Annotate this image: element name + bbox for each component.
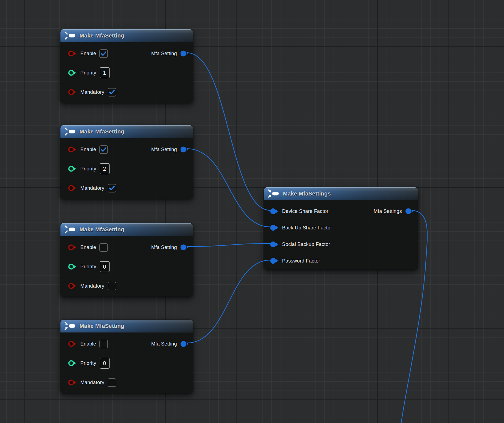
make-mfasetting-node-3[interactable]: Make MfaSetting Enable Mfa Setting	[60, 223, 193, 297]
pin-label-priority: Priority	[80, 360, 96, 366]
pin-label-social-backup-factor: Social Backup Factor	[282, 242, 330, 247]
node-title-bar[interactable]: Make MfaSetting	[60, 320, 193, 333]
bool-input-pin[interactable]	[68, 50, 76, 57]
pin-label-mfa-setting: Mfa Setting	[151, 147, 177, 152]
pin-label-enable: Enable	[80, 51, 96, 57]
pin-label-mandatory: Mandatory	[80, 283, 104, 289]
enable-checkbox[interactable]	[99, 145, 108, 154]
struct-input-pin[interactable]	[270, 224, 278, 231]
bool-input-pin[interactable]	[68, 283, 76, 289]
make-mfasetting-node-1[interactable]: Make MfaSetting Enable Mfa Setting	[60, 29, 193, 103]
make-struct-icon	[64, 31, 76, 40]
node-title: Make MfaSetting	[79, 128, 124, 135]
node-body: Device Share Factor Mfa Settings Back Up…	[264, 200, 418, 269]
node-body: Enable Mfa Setting Priority	[60, 42, 193, 103]
struct-output-pin[interactable]	[180, 50, 189, 57]
enable-checkbox[interactable]	[99, 243, 108, 252]
bool-input-pin[interactable]	[68, 146, 76, 153]
node-title-bar[interactable]: Make MfaSetting	[60, 125, 193, 138]
int-input-pin[interactable]	[68, 360, 76, 366]
blueprint-graph-canvas[interactable]: Make MfaSetting Enable Mfa Setting	[0, 0, 504, 423]
pin-label-priority: Priority	[80, 166, 96, 172]
struct-output-pin[interactable]	[405, 208, 413, 215]
make-struct-icon	[64, 127, 76, 136]
bool-input-pin[interactable]	[68, 185, 76, 191]
pin-label-mfa-settings: Mfa Settings	[374, 208, 402, 214]
node-title-bar[interactable]: Make MfaSetting	[60, 29, 193, 42]
int-input-pin[interactable]	[68, 69, 76, 76]
bool-input-pin[interactable]	[68, 341, 76, 347]
node-title: Make MfaSetting	[79, 33, 124, 39]
priority-value-input[interactable]: 0	[100, 358, 110, 369]
mandatory-checkbox[interactable]	[108, 88, 116, 97]
make-struct-icon	[64, 225, 76, 234]
bool-input-pin[interactable]	[68, 379, 76, 386]
check-icon	[109, 90, 115, 95]
node-body: Enable Mfa Setting Priority	[60, 333, 193, 393]
pin-label-enable: Enable	[80, 341, 96, 347]
check-icon	[101, 147, 107, 152]
int-input-pin[interactable]	[68, 263, 76, 270]
pin-label-mandatory: Mandatory	[80, 185, 104, 191]
bool-input-pin[interactable]	[68, 244, 76, 251]
struct-input-pin[interactable]	[270, 208, 278, 215]
pin-label-password-factor: Password Factor	[282, 258, 320, 264]
pin-label-mfa-setting: Mfa Setting	[151, 341, 177, 347]
pin-label-mfa-setting: Mfa Setting	[151, 51, 177, 57]
pin-label-mfa-setting: Mfa Setting	[151, 245, 177, 250]
pin-label-device-share-factor: Device Share Factor	[282, 208, 328, 214]
make-mfasetting-node-2[interactable]: Make MfaSetting Enable Mfa Setting	[60, 125, 193, 199]
node-title: Make MfaSettings	[283, 191, 331, 197]
priority-value-input[interactable]: 0	[100, 261, 110, 272]
int-input-pin[interactable]	[68, 165, 76, 172]
pin-label-priority: Priority	[80, 264, 96, 270]
mandatory-checkbox[interactable]	[108, 184, 116, 192]
mandatory-checkbox[interactable]	[108, 282, 116, 290]
enable-checkbox[interactable]	[99, 340, 108, 348]
check-icon	[109, 186, 115, 191]
node-title-bar[interactable]: Make MfaSettings	[264, 187, 418, 200]
wire-setting2-to-backup-share-factor[interactable]	[187, 149, 270, 227]
node-title-bar[interactable]: Make MfaSetting	[60, 223, 193, 236]
bool-input-pin[interactable]	[68, 89, 76, 95]
make-struct-icon	[267, 189, 280, 198]
wire-setting3-to-social-backup-factor[interactable]	[187, 243, 270, 247]
struct-output-pin[interactable]	[180, 244, 189, 251]
make-struct-icon	[64, 321, 76, 331]
enable-checkbox[interactable]	[99, 49, 108, 58]
struct-input-pin[interactable]	[270, 241, 278, 248]
node-title: Make MfaSetting	[79, 226, 124, 233]
wire-setting1-to-device-share-factor[interactable]	[187, 53, 270, 210]
node-body: Enable Mfa Setting Priority	[60, 236, 193, 296]
pin-label-enable: Enable	[80, 147, 96, 152]
pin-label-enable: Enable	[80, 245, 96, 250]
struct-input-pin[interactable]	[270, 258, 278, 264]
node-body: Enable Mfa Setting Priority	[60, 138, 193, 199]
pin-label-priority: Priority	[80, 70, 96, 76]
struct-output-pin[interactable]	[180, 341, 189, 347]
priority-value-input[interactable]: 1	[100, 67, 110, 78]
pin-label-mandatory: Mandatory	[80, 380, 104, 385]
pin-label-mandatory: Mandatory	[80, 89, 104, 95]
priority-value-input[interactable]: 2	[100, 163, 110, 174]
pin-label-back-up-share-factor: Back Up Share Factor	[282, 225, 332, 231]
make-mfasetting-node-4[interactable]: Make MfaSetting Enable Mfa Setting	[60, 319, 193, 393]
wire-setting4-to-password-factor[interactable]	[187, 260, 270, 343]
struct-output-pin[interactable]	[180, 146, 189, 153]
node-title: Make MfaSetting	[79, 323, 124, 329]
make-mfasettings-node[interactable]: Make MfaSettings Device Share Factor Mfa…	[264, 187, 418, 270]
mandatory-checkbox[interactable]	[108, 378, 116, 387]
check-icon	[101, 51, 107, 56]
